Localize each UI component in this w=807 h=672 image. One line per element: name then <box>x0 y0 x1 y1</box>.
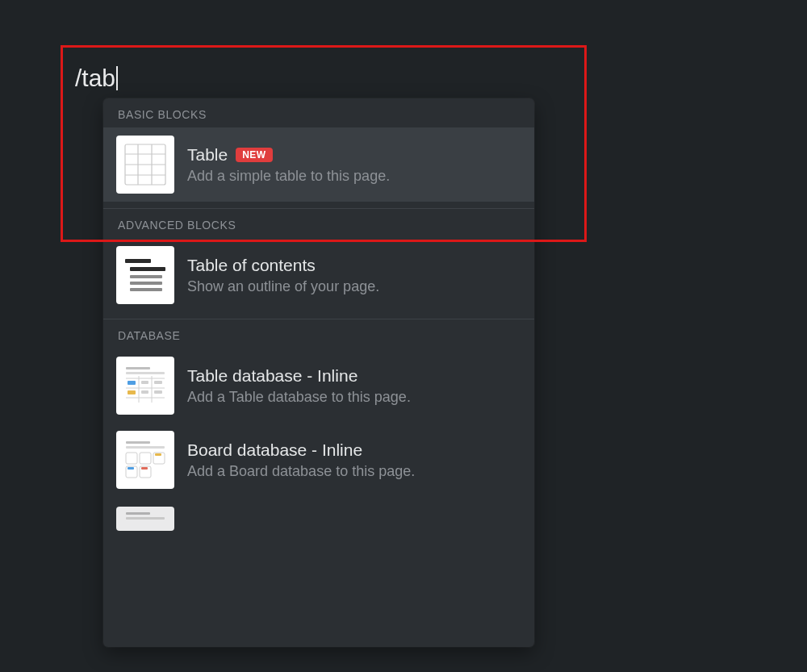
text-caret <box>116 66 118 90</box>
block-option-desc: Add a Table database to this page. <box>187 389 411 406</box>
block-option-table-db-inline[interactable]: Table database - Inline Add a Table data… <box>103 349 534 423</box>
section-header-advanced: ADVANCED BLOCKS <box>103 209 534 238</box>
svg-rect-6 <box>126 367 150 369</box>
svg-rect-21 <box>126 453 137 464</box>
block-option-table[interactable]: Table NEW Add a simple table to this pag… <box>103 127 534 202</box>
block-option-title: Table database - Inline <box>187 366 358 386</box>
svg-rect-26 <box>128 467 134 470</box>
svg-rect-17 <box>154 381 162 384</box>
table-icon <box>116 136 174 194</box>
svg-rect-13 <box>128 381 136 385</box>
block-option-desc: Show an outline of your page. <box>187 278 379 295</box>
block-option-title: Board database - Inline <box>187 440 362 460</box>
table-database-icon <box>116 357 174 415</box>
svg-rect-7 <box>126 372 165 374</box>
new-badge: NEW <box>236 148 273 162</box>
block-option-title: Table <box>187 145 228 165</box>
gallery-database-icon <box>116 507 174 531</box>
svg-rect-15 <box>141 381 148 384</box>
block-option-toc[interactable]: Table of contents Show an outline of you… <box>103 238 534 312</box>
slash-command-text: /tab <box>75 65 115 92</box>
board-database-icon <box>116 431 174 489</box>
section-header-database: DATABASE <box>103 319 534 349</box>
svg-rect-20 <box>126 446 165 449</box>
svg-rect-28 <box>141 467 148 470</box>
svg-rect-30 <box>126 517 165 520</box>
slash-command-input[interactable]: /tab <box>75 65 118 92</box>
block-option-gallery-db-inline-partial[interactable] <box>103 497 534 539</box>
block-option-desc: Add a simple table to this page. <box>187 168 390 185</box>
block-picker-popup: BASIC BLOCKS Table NEW Add a simple tabl… <box>103 98 534 647</box>
svg-rect-22 <box>140 453 151 464</box>
block-option-board-db-inline[interactable]: Board database - Inline Add a Board data… <box>103 423 534 497</box>
block-option-title: Table of contents <box>187 256 316 275</box>
svg-rect-14 <box>128 390 136 394</box>
toc-icon <box>116 246 174 304</box>
svg-rect-18 <box>154 390 162 394</box>
block-option-desc: Add a Board database to this page. <box>187 463 415 480</box>
svg-rect-29 <box>126 512 150 515</box>
section-header-basic: BASIC BLOCKS <box>103 98 534 127</box>
svg-rect-19 <box>126 441 150 444</box>
svg-rect-27 <box>155 453 161 456</box>
svg-rect-16 <box>141 390 148 394</box>
